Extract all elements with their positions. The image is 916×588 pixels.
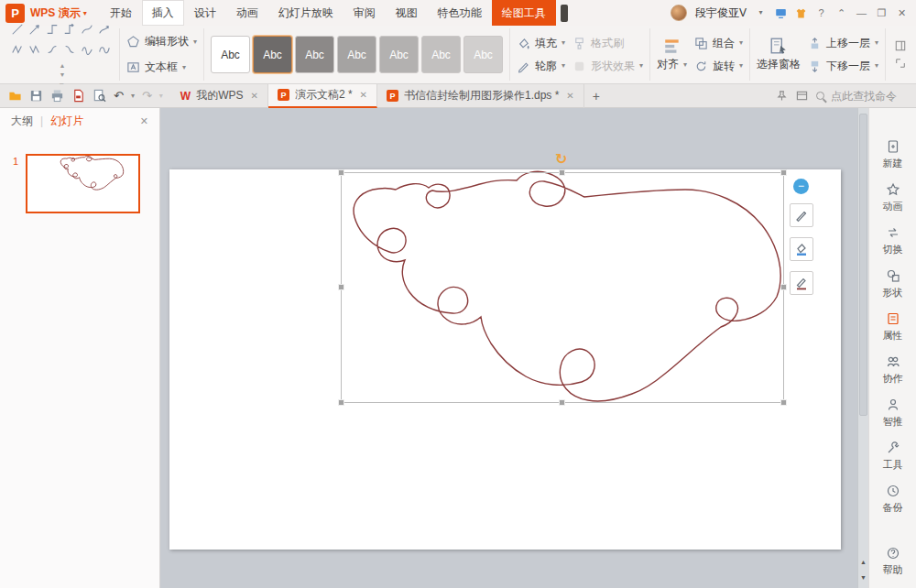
task-pane-icon[interactable]	[895, 40, 906, 51]
fill-button[interactable]: 填充 ▾	[517, 32, 565, 55]
bring-forward-button[interactable]: 上移一层 ▾	[808, 32, 878, 55]
shape-style-preset-1[interactable]: Abc	[211, 36, 250, 73]
share-icon[interactable]	[775, 7, 787, 19]
sidebar-item-shapes[interactable]: 形状	[883, 268, 903, 299]
open-folder-icon[interactable]	[8, 89, 22, 103]
print-preview-icon[interactable]	[93, 89, 106, 103]
close-button[interactable]: ✕	[896, 8, 908, 18]
menu-tab-insert[interactable]: 插入	[142, 0, 184, 26]
resize-handle-e[interactable]	[780, 284, 787, 290]
resize-handle-nw[interactable]	[338, 169, 344, 176]
redo-button[interactable]: ↷	[142, 89, 152, 103]
align-button[interactable]: 对齐 ▾	[657, 57, 687, 73]
outline-tab[interactable]: 大纲	[11, 114, 33, 129]
resize-handle-s[interactable]	[559, 399, 565, 406]
shape-squiggle-icon[interactable]	[78, 39, 95, 60]
launcher-icon[interactable]	[895, 58, 906, 69]
shape-curve-icon[interactable]	[78, 19, 95, 39]
shape-elbow-icon[interactable]	[43, 19, 60, 39]
tab-list-icon[interactable]	[796, 90, 808, 102]
menu-tab-review[interactable]: 审阅	[344, 0, 386, 26]
tab-close-icon[interactable]: ✕	[566, 91, 573, 101]
tab-close-icon[interactable]: ✕	[360, 90, 367, 100]
pin-tab-icon[interactable]	[776, 90, 788, 102]
print-icon[interactable]	[50, 89, 64, 103]
app-menu-caret-icon[interactable]: ▾	[83, 9, 87, 17]
resize-handle-se[interactable]	[780, 399, 787, 406]
doc-tab-presentation2[interactable]: P 演示文稿2 * ✕	[268, 84, 377, 108]
doc-tab-my-wps[interactable]: W 我的WPS ✕	[171, 84, 268, 108]
save-icon[interactable]	[29, 89, 43, 103]
sidebar-item-new[interactable]: 新建	[883, 139, 903, 170]
shape-freeform-icon[interactable]	[95, 39, 113, 60]
scrollbar-thumb[interactable]	[859, 114, 867, 416]
user-caret-icon[interactable]: ▾	[755, 9, 767, 16]
vertical-scrollbar[interactable]: ▲ ▼	[857, 108, 868, 588]
shape-style-preset-6[interactable]: Abc	[421, 36, 461, 73]
shape-style-preset-3[interactable]: Abc	[295, 36, 334, 73]
menu-tab-view[interactable]: 视图	[386, 0, 428, 26]
new-tab-button[interactable]: +	[584, 89, 608, 103]
undo-button[interactable]: ↶	[114, 89, 124, 103]
skin-icon[interactable]	[795, 7, 807, 19]
outline-button[interactable]: 轮廓 ▾	[517, 55, 565, 78]
sidebar-item-help[interactable]: 帮助	[883, 546, 903, 577]
restore-button[interactable]: ❐	[876, 8, 888, 18]
undo-caret-icon[interactable]: ▾	[131, 93, 135, 100]
menu-tab-special-features[interactable]: 特色功能	[428, 0, 492, 26]
group-button[interactable]: 组合 ▾	[694, 32, 743, 55]
previous-slide-button[interactable]: ▲	[858, 555, 868, 570]
collapse-ribbon-icon[interactable]: ⌃	[835, 8, 847, 18]
quick-outline-button[interactable]	[790, 271, 813, 295]
shape-zigzag-icon[interactable]	[8, 39, 26, 60]
resize-handle-sw[interactable]	[338, 399, 344, 406]
redo-caret-icon[interactable]: ▾	[159, 93, 163, 100]
shape-style-preset-4[interactable]: Abc	[337, 36, 376, 73]
menu-tab-drawing-tools[interactable]: 绘图工具	[492, 0, 556, 26]
slides-tab[interactable]: 幻灯片	[50, 114, 83, 129]
shape-scurve2-icon[interactable]	[60, 39, 78, 60]
next-slide-button[interactable]: ▼	[858, 571, 868, 585]
menu-tab-design[interactable]: 设计	[184, 0, 226, 26]
help-icon[interactable]: ?	[815, 8, 827, 18]
gallery-scroll-down-icon[interactable]: ▼	[60, 71, 66, 78]
shape-style-preset-5[interactable]: Abc	[379, 36, 419, 73]
quick-fill-button[interactable]	[790, 237, 813, 261]
slide-canvas-area[interactable]: ↻ − ▲ ▼	[160, 108, 868, 588]
resize-handle-ne[interactable]	[780, 169, 787, 176]
shape-curve-arrow-icon[interactable]	[95, 19, 113, 39]
sidebar-item-smart-recommend[interactable]: 智推	[883, 397, 903, 429]
resize-handle-n[interactable]	[559, 169, 565, 176]
shape-effects-button[interactable]: 形状效果 ▾	[572, 55, 643, 78]
quick-style-button[interactable]	[790, 203, 813, 227]
rotate-button[interactable]: 旋转 ▾	[694, 55, 743, 78]
sidebar-item-collaborate[interactable]: 协作	[883, 354, 903, 386]
panel-close-icon[interactable]: ✕	[140, 115, 148, 127]
command-search[interactable]	[816, 89, 908, 103]
sidebar-item-backup[interactable]: 备份	[883, 484, 903, 515]
text-box-button[interactable]: 文本框 ▾	[126, 56, 197, 79]
resize-handle-w[interactable]	[338, 284, 344, 290]
gallery-scroll-up-icon[interactable]: ▲	[60, 62, 66, 69]
sidebar-item-transition[interactable]: 切换	[883, 225, 903, 256]
export-pdf-icon[interactable]	[71, 89, 85, 103]
doc-tab-letter-envelope[interactable]: P 书信信封绘制用图形操作1.dps * ✕	[377, 84, 584, 108]
user-avatar[interactable]	[671, 5, 687, 21]
user-name[interactable]: 段宇俊亚V	[695, 5, 747, 21]
shape-zigzag2-icon[interactable]	[26, 39, 43, 60]
shape-line-icon[interactable]	[8, 19, 26, 39]
slide-thumbnail-1[interactable]	[26, 154, 140, 213]
sidebar-item-tools[interactable]: 工具	[883, 441, 903, 472]
command-search-input[interactable]	[829, 89, 908, 103]
format-painter-button[interactable]: 格式刷	[572, 32, 643, 55]
shape-elbow-arrow-icon[interactable]	[60, 19, 78, 39]
minimize-button[interactable]: —	[856, 8, 867, 18]
shape-arrow-icon[interactable]	[26, 19, 43, 39]
sidebar-item-properties[interactable]: 属性	[883, 311, 903, 343]
tab-close-icon[interactable]: ✕	[251, 91, 258, 101]
sidebar-item-animation[interactable]: 动画	[883, 182, 903, 213]
shape-style-preset-2-selected[interactable]: Abc	[253, 36, 292, 73]
shape-style-preset-7[interactable]: Abc	[463, 36, 503, 73]
rotation-handle[interactable]: ↻	[555, 152, 567, 167]
menu-tab-slideshow[interactable]: 幻灯片放映	[268, 0, 344, 26]
